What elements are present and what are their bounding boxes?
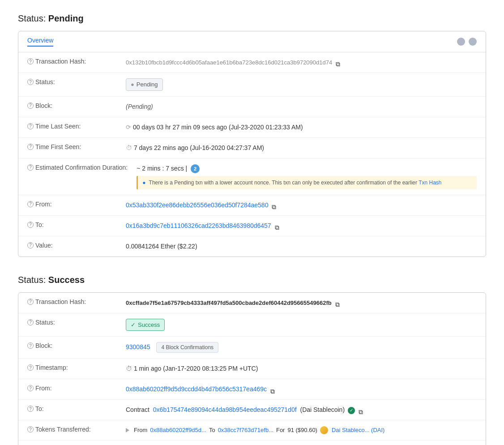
pending-value-row: ? Value: 0.00841264 Ether ($2.22): [18, 236, 486, 257]
tokens-to-link[interactable]: 0x38cc7f763d71efb...: [218, 426, 273, 435]
success-timestamp-row: ? Timestamp: ⏱ 1 min ago (Jan-17-2020 08…: [18, 359, 486, 379]
status-pending-badge: ● Pending: [126, 78, 163, 91]
help-icon[interactable]: ?: [27, 406, 34, 412]
warning-message: ● There is a Pending txn with a lower ac…: [137, 176, 477, 189]
success-from-value: 0x88ab60202ff9d5d9ccdd4b4d7b656c5317ea46…: [126, 385, 477, 394]
help-icon[interactable]: ?: [27, 123, 34, 129]
help-icon[interactable]: ?: [27, 342, 34, 349]
success-timestamp-label: ? Timestamp:: [27, 364, 117, 371]
control-circle-2: [469, 38, 477, 46]
success-tx-hash-label: ? Transaction Hash:: [27, 298, 117, 305]
pending-estimated-label: ? Estimated Confirmation Duration:: [27, 164, 128, 171]
info-dot: ●: [142, 180, 145, 186]
pending-time-last-row: ? Time Last Seen: ⟳ 00 days 03 hr 27 min…: [18, 117, 486, 138]
pending-time-last-label: ? Time Last Seen:: [27, 123, 117, 130]
dai-token-link[interactable]: Dai Stableco... (DAI): [332, 426, 385, 435]
pending-from-link[interactable]: 0x53ab330f2ee86debb26556e036ed50f7284ae5…: [126, 201, 268, 209]
pending-estimated-row: ? Estimated Confirmation Duration: ~ 2 m…: [18, 158, 486, 195]
help-icon[interactable]: ?: [27, 385, 34, 391]
pending-status-row: ? Status: ● Pending: [18, 73, 486, 97]
success-timestamp-value: ⏱ 1 min ago (Jan-17-2020 08:13:25 PM +UT…: [126, 364, 477, 373]
status-success-badge: ✓ Success: [126, 319, 165, 331]
success-tokens-value: From 0x88ab60202ff9d5d... To 0x38cc7f763…: [126, 426, 477, 435]
help-icon[interactable]: ?: [27, 144, 34, 150]
help-icon[interactable]: ?: [27, 299, 34, 305]
help-icon[interactable]: ?: [27, 201, 34, 207]
pending-dot: ●: [131, 80, 134, 89]
help-icon[interactable]: ?: [27, 319, 34, 325]
pending-to-label: ? To:: [27, 221, 117, 228]
pending-time-last-value: ⟳ 00 days 03 hr 27 min 09 secs ago (Jul-…: [126, 123, 477, 132]
success-tokens-row: ? Tokens Transferred: From 0x88ab60202ff…: [18, 420, 486, 441]
pending-value-label: ? Value:: [27, 242, 117, 249]
copy-icon[interactable]: ⧉: [336, 60, 342, 66]
pending-to-link[interactable]: 0x16a3bd9c7eb11106326cad2263bd8463980d64…: [126, 222, 271, 229]
block-number-link[interactable]: 9300845: [126, 343, 150, 351]
copy-icon[interactable]: ⧉: [275, 223, 281, 229]
pending-card: Overview ? Transaction Hash: 0x132b10fbc…: [18, 31, 486, 257]
help-icon[interactable]: ?: [27, 79, 34, 85]
pending-time-first-row: ? Time First Seen: ⏱ 7 days 22 mins ago …: [18, 138, 486, 158]
triangle-icon: [126, 428, 129, 432]
pending-from-row: ? From: 0x53ab330f2ee86debb26556e036ed50…: [18, 195, 486, 216]
tokens-transferred-row: From 0x88ab60202ff9d5d... To 0x38cc7f763…: [126, 426, 477, 435]
success-from-link[interactable]: 0x88ab60202ff9d5d9ccdd4b4d7b656c5317ea46…: [126, 385, 267, 393]
copy-icon[interactable]: ⧉: [270, 387, 277, 393]
success-status-row: ? Status: ✓ Success: [18, 313, 486, 337]
copy-icon[interactable]: ⧉: [359, 407, 365, 414]
copy-icon[interactable]: ⧉: [272, 202, 278, 209]
help-icon[interactable]: ?: [27, 426, 34, 432]
help-icon[interactable]: ?: [27, 242, 34, 248]
pending-status-value: ● Pending: [126, 78, 477, 91]
success-block-label: ? Block:: [27, 342, 117, 349]
help-icon[interactable]: ?: [27, 222, 34, 228]
success-tx-hash-value: 0xcffade7f5e1a67579cb4333aff497fd5a500cb…: [126, 298, 477, 308]
pending-time-first-value: ⏱ 7 days 22 mins ago (Jul-16-2020 04:27:…: [126, 143, 477, 153]
success-section-title: Status: Success: [18, 275, 486, 285]
pending-from-value: 0x53ab330f2ee86debb26556e036ed50f7284ae5…: [126, 201, 477, 210]
pending-estimated-value: ~ 2 mins : 7 secs | 2 ● There is a Pendi…: [137, 164, 477, 189]
success-tokens-label: ? Tokens Transferred:: [27, 426, 117, 433]
success-to-row: ? To: Contract 0x6b175474e89094c44da98b9…: [18, 400, 486, 420]
pending-block-value: (Pending): [126, 102, 477, 111]
success-from-label: ? From:: [27, 385, 117, 392]
success-to-value: Contract 0x6b175474e89094c44da98b954eede…: [126, 405, 477, 415]
success-value-row: ? Value: 0 Ether ($0.00): [18, 441, 486, 445]
pending-tx-hash-row: ? Transaction Hash: 0x132b10fbcb1d9fccc4…: [18, 52, 486, 73]
card-controls: [457, 38, 477, 46]
success-status-value: ✓ Success: [126, 319, 477, 331]
pending-time-first-label: ? Time First Seen:: [27, 143, 117, 150]
success-tx-hash-row: ? Transaction Hash: 0xcffade7f5e1a67579c…: [18, 293, 486, 313]
success-card: ? Transaction Hash: 0xcffade7f5e1a67579c…: [18, 292, 486, 445]
help-icon[interactable]: ?: [27, 103, 34, 109]
pending-to-row: ? To: 0x16a3bd9c7eb11106326cad2263bd8463…: [18, 216, 486, 236]
contract-verified-icon: ✓: [348, 407, 355, 414]
pending-block-row: ? Block: (Pending): [18, 97, 486, 117]
info-badge: 2: [191, 164, 200, 173]
pending-from-label: ? From:: [27, 201, 117, 208]
card-header: Overview: [18, 31, 486, 52]
success-from-row: ? From: 0x88ab60202ff9d5d9ccdd4b4d7b656c…: [18, 379, 486, 400]
success-check-icon: ✓: [131, 321, 136, 329]
success-block-value: 9300845 4 Block Confirmations: [126, 342, 477, 353]
pending-value-value: 0.00841264 Ether ($2.22): [126, 242, 477, 251]
success-status-label: ? Status:: [27, 319, 117, 326]
block-confirmations-badge: 4 Block Confirmations: [156, 342, 218, 353]
pending-status-label: ? Status:: [27, 78, 117, 86]
pending-tx-hash-label: ? Transaction Hash:: [27, 58, 117, 65]
pending-block-label: ? Block:: [27, 102, 117, 109]
dai-token-icon: [320, 426, 328, 434]
success-to-label: ? To:: [27, 405, 117, 412]
control-circle-1: [457, 38, 465, 46]
success-to-contract-link[interactable]: 0x6b175474e89094c44da98b954eedeac495271d…: [153, 406, 297, 413]
help-icon[interactable]: ?: [27, 58, 34, 64]
help-icon[interactable]: ?: [27, 164, 34, 171]
txn-hash-link[interactable]: Txn Hash: [419, 180, 441, 186]
pending-to-value: 0x16a3bd9c7eb11106326cad2263bd8463980d64…: [126, 221, 477, 231]
copy-icon[interactable]: ⧉: [335, 300, 342, 306]
tokens-from-link[interactable]: 0x88ab60202ff9d5d...: [150, 426, 206, 435]
success-block-row: ? Block: 9300845 4 Block Confirmations: [18, 337, 486, 359]
help-icon[interactable]: ?: [27, 364, 34, 371]
overview-tab[interactable]: Overview: [27, 37, 53, 47]
pending-section-title: Status: Pending: [18, 13, 486, 24]
